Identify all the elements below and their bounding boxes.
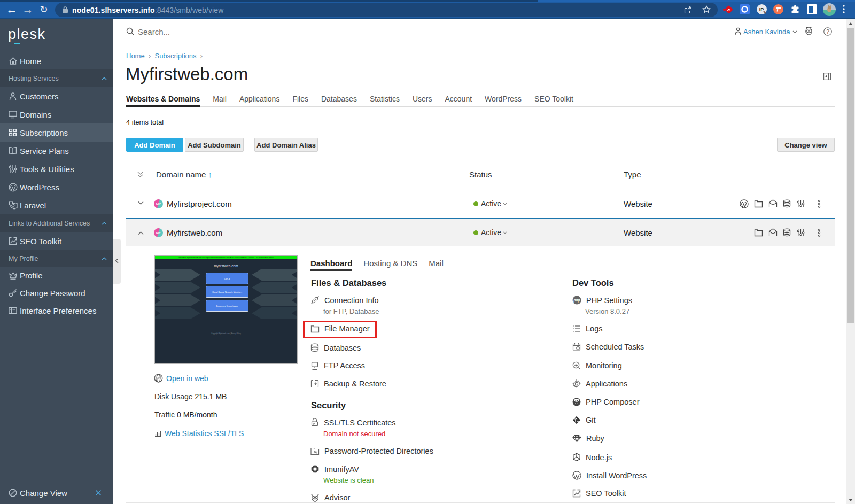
svg-text:php: php: [573, 298, 580, 303]
svg-text:IP: IP: [759, 7, 764, 12]
svg-text:?: ?: [826, 29, 829, 35]
